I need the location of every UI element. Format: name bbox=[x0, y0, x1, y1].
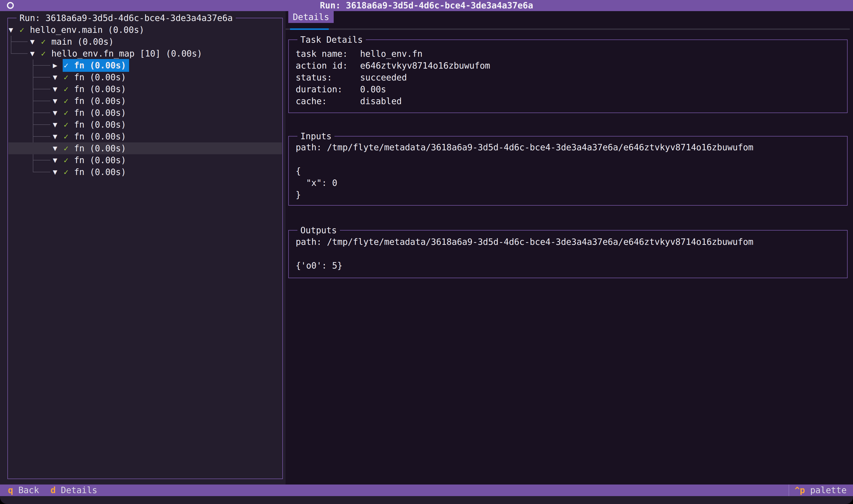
run-tree-panel: Run: 3618a6a9-3d5d-4d6c-bce4-3de3a4a37e6… bbox=[7, 18, 283, 479]
tree-row-label: fn (0.00s) bbox=[74, 83, 126, 95]
success-check-icon: ✓ bbox=[64, 154, 74, 166]
caret-expanded-icon[interactable]: ▼ bbox=[53, 107, 64, 119]
tree-row-label: fn (0.00s) bbox=[74, 130, 126, 142]
tree-row[interactable]: ▼✓fn (0.00s) bbox=[8, 142, 282, 154]
details-region: Details Task Details task name:hello_env… bbox=[286, 11, 853, 485]
run-title: Run: 3618a6a9-3d5d-4d6c-bce4-3de3a4a37e6… bbox=[0, 0, 853, 11]
success-check-icon: ✓ bbox=[19, 24, 30, 36]
caret-expanded-icon[interactable]: ▼ bbox=[53, 142, 64, 154]
success-check-icon: ✓ bbox=[64, 71, 74, 83]
hint-key: q bbox=[8, 485, 13, 495]
task-detail-field: action id:e646ztvkyv8714o16zbuwufom bbox=[296, 60, 840, 72]
tree-row[interactable]: ▼✓fn (0.00s) bbox=[8, 119, 282, 130]
tree-row-label: main (0.00s) bbox=[51, 36, 114, 48]
success-check-icon: ✓ bbox=[64, 107, 74, 119]
hint-label: palette bbox=[805, 485, 847, 495]
tree-row-label: hello_env.main (0.00s) bbox=[30, 24, 144, 36]
field-value: 0.00s bbox=[360, 84, 386, 95]
task-detail-field: status:succeeded bbox=[296, 72, 840, 84]
tree-row[interactable]: ▼✓main (0.00s) bbox=[8, 36, 282, 48]
success-check-icon: ✓ bbox=[64, 119, 74, 130]
caret-expanded-icon[interactable]: ▼ bbox=[53, 130, 64, 142]
caret-expanded-icon[interactable]: ▼ bbox=[53, 95, 64, 107]
tree-row[interactable]: ▼✓fn (0.00s) bbox=[8, 130, 282, 142]
hint-details[interactable]: d Details bbox=[50, 485, 97, 496]
tree-row[interactable]: ▼✓fn (0.00s) bbox=[8, 154, 282, 166]
hint-palette[interactable]: ^p palette bbox=[795, 485, 847, 496]
keybinding-hints-left: q Backd Details bbox=[8, 485, 109, 496]
task-details-fields: task name:hello_env.fnaction id:e646ztvk… bbox=[296, 48, 840, 107]
tree-row[interactable]: ▼✓fn (0.00s) bbox=[8, 71, 282, 83]
success-check-icon: ✓ bbox=[41, 48, 51, 59]
task-detail-field: task name:hello_env.fn bbox=[296, 48, 840, 60]
success-check-icon: ✓ bbox=[64, 95, 74, 107]
tree-panel-title: Run: 3618a6a9-3d5d-4d6c-bce4-3de3a4a37e6… bbox=[17, 12, 236, 24]
task-detail-field: duration:0.00s bbox=[296, 84, 840, 95]
field-label: status: bbox=[296, 72, 360, 84]
tree-row-label: fn (0.00s) bbox=[74, 95, 126, 107]
caret-expanded-icon[interactable]: ▼ bbox=[8, 24, 19, 36]
active-tab-indicator bbox=[290, 29, 329, 30]
field-label: action id: bbox=[296, 60, 360, 72]
caret-expanded-icon[interactable]: ▼ bbox=[53, 154, 64, 166]
tree-row-label: hello_env.fn_map [10] (0.00s) bbox=[51, 48, 202, 59]
caret-expanded-icon[interactable]: ▼ bbox=[30, 48, 41, 59]
inputs-content: path: /tmp/flyte/metadata/3618a6a9-3d5d-… bbox=[289, 137, 847, 205]
title-bar: Run: 3618a6a9-3d5d-4d6c-bce4-3de3a4a37e6… bbox=[0, 0, 853, 11]
success-check-icon: ✓ bbox=[64, 166, 74, 178]
inputs-title: Inputs bbox=[297, 130, 334, 142]
tree-row[interactable]: ▼✓fn (0.00s) bbox=[8, 83, 282, 95]
field-label: task name: bbox=[296, 48, 360, 60]
tree-row-label: fn (0.00s) bbox=[74, 119, 126, 130]
keybinding-hints-right: ^p palette bbox=[788, 485, 853, 496]
success-check-icon: ✓ bbox=[64, 83, 74, 95]
tree-region: Run: 3618a6a9-3d5d-4d6c-bce4-3de3a4a37e6… bbox=[0, 11, 286, 485]
tree-row-label: fn (0.00s) bbox=[74, 166, 126, 178]
tree-row-label: fn (0.00s) bbox=[74, 142, 126, 154]
tree-row[interactable]: ▼✓hello_env.fn_map [10] (0.00s) bbox=[8, 48, 282, 59]
outputs-panel: Outputs path: /tmp/flyte/metadata/3618a6… bbox=[288, 230, 848, 278]
field-value: hello_env.fn bbox=[360, 48, 422, 60]
field-label: duration: bbox=[296, 84, 360, 95]
tree-row[interactable]: ▼✓fn (0.00s) bbox=[8, 107, 282, 119]
task-details-title: Task Details bbox=[297, 34, 366, 46]
outputs-content: path: /tmp/flyte/metadata/3618a6a9-3d5d-… bbox=[289, 231, 847, 276]
task-details-panel: Task Details task name:hello_env.fnactio… bbox=[288, 39, 848, 113]
hint-back[interactable]: q Back bbox=[8, 485, 39, 496]
terminal-window: Run: 3618a6a9-3d5d-4d6c-bce4-3de3a4a37e6… bbox=[0, 0, 853, 504]
hint-label: Back bbox=[13, 485, 39, 495]
tree-row[interactable]: ▼✓fn (0.00s) bbox=[8, 166, 282, 178]
outputs-title: Outputs bbox=[297, 224, 340, 236]
caret-expanded-icon[interactable]: ▼ bbox=[53, 71, 64, 83]
caret-collapsed-icon[interactable]: ▶ bbox=[53, 59, 64, 71]
caret-expanded-icon[interactable]: ▼ bbox=[53, 83, 64, 95]
field-value: succeeded bbox=[360, 72, 407, 84]
caret-expanded-icon[interactable]: ▼ bbox=[53, 119, 64, 130]
task-detail-field: cache:disabled bbox=[296, 95, 840, 107]
tab-underline bbox=[286, 29, 850, 30]
field-value: disabled bbox=[360, 95, 402, 107]
status-bar: q Backd Details ^p palette bbox=[0, 485, 853, 496]
tree-row[interactable]: ▼✓hello_env.main (0.00s) bbox=[8, 24, 282, 36]
tree-row-label: fn (0.00s) bbox=[74, 59, 126, 71]
success-check-icon: ✓ bbox=[64, 130, 74, 142]
caret-expanded-icon[interactable]: ▼ bbox=[30, 36, 41, 48]
tree-row-label: fn (0.00s) bbox=[74, 107, 126, 119]
hint-key: d bbox=[50, 485, 56, 495]
tree-row-label: fn (0.00s) bbox=[74, 154, 126, 166]
hint-key: ^p bbox=[795, 485, 805, 495]
tree-row-label: fn (0.00s) bbox=[74, 71, 126, 83]
field-value: e646ztvkyv8714o16zbuwufom bbox=[360, 60, 490, 72]
field-label: cache: bbox=[296, 95, 360, 107]
success-check-icon: ✓ bbox=[41, 36, 51, 48]
tree-row[interactable]: ▶✓fn (0.00s) bbox=[8, 59, 282, 71]
success-check-icon: ✓ bbox=[64, 142, 74, 154]
inputs-panel: Inputs path: /tmp/flyte/metadata/3618a6a… bbox=[288, 136, 848, 205]
success-check-icon: ✓ bbox=[64, 59, 74, 71]
tab-details[interactable]: Details bbox=[288, 11, 334, 23]
tree-row[interactable]: ▼✓fn (0.00s) bbox=[8, 95, 282, 107]
caret-expanded-icon[interactable]: ▼ bbox=[53, 166, 64, 178]
hint-label: Details bbox=[56, 485, 97, 495]
